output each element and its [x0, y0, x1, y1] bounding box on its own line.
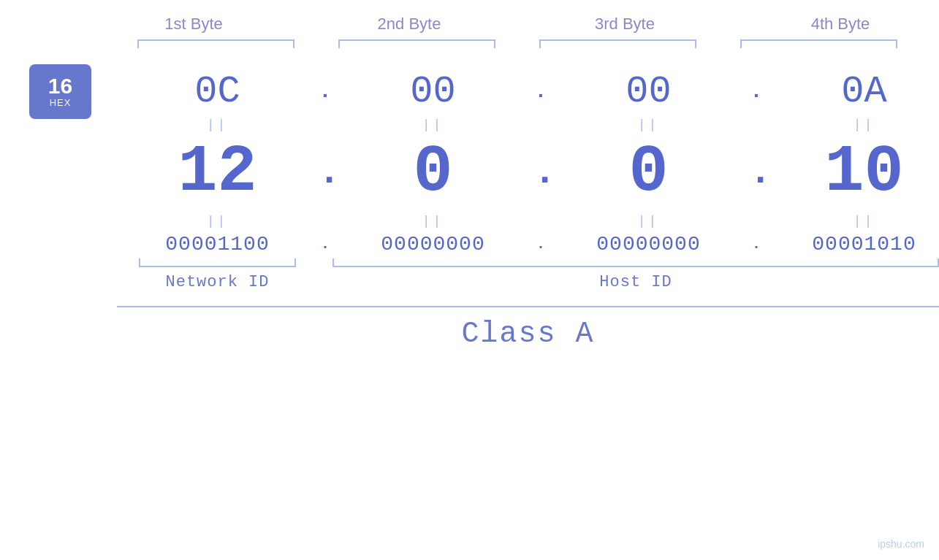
dec-byte3: 0 — [548, 135, 749, 210]
dec-values: 12 . 0 . 0 . 10 — [117, 135, 939, 210]
hex-badge: 16 HEX — [29, 64, 91, 119]
hex-byte2: 00 — [332, 70, 533, 113]
host-id-label: Host ID — [599, 273, 672, 291]
dec-row: 10 DEC 12 . 0 . 0 . 10 — [117, 135, 939, 210]
hex-row: 16 HEX 0C . 00 . 00 . 0A — [117, 70, 939, 113]
byte1-header: 1st Byte — [94, 15, 294, 34]
bin-dot2: . — [533, 236, 548, 253]
class-label-area: Class A — [117, 306, 939, 350]
bin-row: 2 BIN 00001100 . 00000000 . 00000000 . 0… — [117, 233, 939, 256]
bin-byte4: 00001010 — [764, 233, 939, 256]
bracket4 — [740, 39, 897, 48]
dec-dot1: . — [318, 151, 332, 194]
dec-dot3: . — [749, 151, 764, 194]
rows-area: 16 HEX 0C . 00 . 00 . 0A || || || — [0, 48, 939, 350]
bracket3 — [539, 39, 696, 48]
eq1-b2: || — [332, 118, 533, 132]
bin-dot1: . — [318, 236, 332, 253]
top-brackets — [115, 39, 919, 48]
network-bracket — [139, 258, 296, 267]
eq2-b1: || — [117, 214, 318, 229]
main-container: 1st Byte 2nd Byte 3rd Byte 4th Byte 16 H… — [0, 0, 939, 560]
hex-values: 0C . 00 . 00 . 0A — [117, 70, 939, 113]
dec-dot2: . — [533, 151, 548, 194]
hex-dot3: . — [749, 80, 764, 103]
eq1-b3: || — [548, 118, 749, 132]
byte3-header: 3rd Byte — [525, 15, 726, 34]
hex-dot2: . — [533, 80, 548, 103]
eq2-b3: || — [548, 214, 749, 229]
bin-byte1: 00001100 — [117, 233, 318, 256]
eq-row2: || || || || — [117, 214, 939, 229]
bin-values: 00001100 . 00000000 . 00000000 . 0000101… — [117, 233, 939, 256]
eq2-b2: || — [332, 214, 533, 229]
dec-byte2: 0 — [332, 135, 533, 210]
hex-byte1: 0C — [117, 70, 318, 113]
bin-dot3: . — [749, 236, 764, 253]
dec-byte4: 10 — [764, 135, 939, 210]
eq1-b1: || — [117, 118, 318, 132]
watermark: ipshu.com — [878, 538, 924, 550]
bracket1 — [137, 39, 294, 48]
id-labels-area: Network ID Host ID — [117, 258, 939, 291]
byte4-header: 4th Byte — [740, 15, 940, 34]
network-id-label: Network ID — [165, 273, 269, 291]
host-id-section: Host ID — [332, 258, 939, 291]
bin-byte3: 00000000 — [548, 233, 749, 256]
eq2-b4: || — [764, 214, 939, 229]
hex-byte3: 00 — [548, 70, 749, 113]
eq1-b4: || — [764, 118, 939, 132]
network-id-section: Network ID — [117, 258, 318, 291]
bracket2 — [338, 39, 495, 48]
eq-row1: || || || || — [117, 118, 939, 132]
hex-byte4: 0A — [764, 70, 939, 113]
bin-byte2: 00000000 — [332, 233, 533, 256]
class-a-label: Class A — [117, 318, 939, 350]
hex-dot1: . — [318, 80, 332, 103]
byte2-header: 2nd Byte — [309, 15, 510, 34]
byte-headers: 1st Byte 2nd Byte 3rd Byte 4th Byte — [47, 0, 939, 34]
host-bracket — [332, 258, 939, 267]
dec-byte1: 12 — [117, 135, 318, 210]
